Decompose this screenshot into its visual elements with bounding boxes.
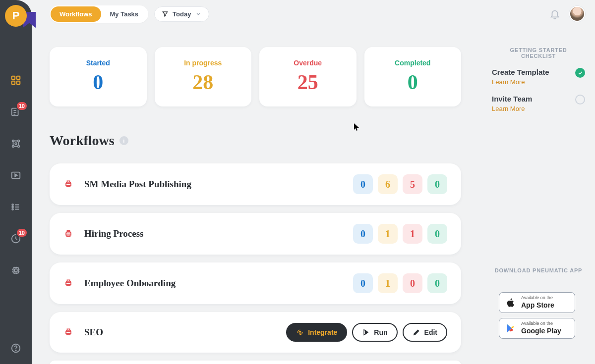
view-segmented: Workflows My Tasks: [50, 5, 148, 23]
checklist-item[interactable]: Invite Team Learn More: [492, 95, 585, 112]
tab-workflows[interactable]: Workflows: [51, 6, 101, 22]
play-square-icon: [10, 170, 21, 181]
google-play-icon: [505, 323, 516, 334]
workflow-icon: [63, 179, 73, 189]
stat-chip-started: 0: [353, 224, 373, 244]
cursor-icon: [354, 123, 360, 131]
stat-value: 28: [163, 72, 244, 93]
workflow-name: SEO: [84, 327, 103, 338]
learn-more-link[interactable]: Learn More: [492, 105, 569, 112]
sidebar: P 10 10: [0, 0, 32, 364]
avatar[interactable]: [569, 6, 585, 22]
date-filter[interactable]: Today: [154, 6, 209, 22]
stat-label: Overdue: [267, 59, 349, 67]
nav-list[interactable]: [6, 197, 26, 217]
stat-chip-overdue: 0: [403, 273, 422, 293]
page-title: Workflows: [50, 133, 115, 149]
stat-chip-completed: 0: [427, 224, 447, 244]
nodes-icon: [10, 138, 21, 149]
stat-chip-started: 0: [353, 174, 373, 194]
topbar: Workflows My Tasks Today: [50, 4, 585, 24]
stat-chip-overdue: 1: [403, 224, 422, 244]
chevron-down-icon: [195, 10, 202, 17]
svg-rect-16: [14, 269, 17, 272]
stat-completed[interactable]: Completed 0: [364, 47, 462, 106]
svg-point-18: [15, 350, 16, 351]
dashboard-icon: [10, 75, 21, 86]
workflow-name: Employee Onboarding: [84, 278, 176, 289]
stat-started[interactable]: Started 0: [50, 47, 147, 106]
checklist-title: GETTING STARTED CHECKLIST: [492, 47, 585, 59]
svg-point-12: [12, 207, 13, 208]
google-play-button[interactable]: Available on the Google Play: [499, 318, 575, 339]
svg-point-13: [12, 208, 13, 210]
nav-video[interactable]: [6, 165, 26, 185]
stat-value: 0: [58, 72, 139, 93]
integrate-button[interactable]: Integrate: [286, 323, 347, 342]
stat-chip-progress: 1: [378, 224, 398, 244]
workflow-name: SM Media Post Publishing: [84, 179, 191, 190]
stats-row: Started 0 In progress 28 Overdue 25 Comp…: [50, 47, 461, 106]
checklist-item[interactable]: Create Template Learn More: [492, 68, 585, 86]
workflow-list: SM Media Post Publishing 0 6 5 0 Hiring …: [50, 163, 461, 364]
integrate-icon: [296, 328, 304, 336]
nav-integrations[interactable]: [6, 260, 26, 280]
workflow-row[interactable]: Hiring Process 0 1 1 0: [50, 213, 461, 255]
edit-button[interactable]: Edit: [403, 323, 447, 342]
svg-point-9: [15, 143, 17, 145]
section-title: Workflows i: [50, 133, 128, 149]
workflow-stats: 0 6 5 0: [353, 174, 447, 194]
info-icon[interactable]: i: [119, 136, 128, 145]
workflow-icon: [63, 278, 73, 288]
svg-point-6: [18, 140, 20, 142]
run-icon: [362, 328, 370, 336]
stat-chip-progress: 6: [378, 174, 398, 194]
workflow-icon: [63, 229, 73, 239]
svg-point-8: [18, 146, 20, 148]
svg-rect-1: [17, 76, 20, 79]
app-store-button[interactable]: Available on the App Store: [499, 292, 575, 313]
stat-value: 25: [267, 72, 349, 93]
workflow-actions: Integrate Run Edit: [286, 323, 447, 342]
activity-badge: 10: [16, 228, 28, 238]
nav-tasks[interactable]: 10: [6, 102, 26, 122]
stat-chip-completed: 0: [427, 174, 447, 194]
nav-dashboard[interactable]: [6, 70, 26, 90]
stat-value: 0: [372, 72, 454, 93]
stat-chip-started: 0: [353, 273, 373, 293]
apple-icon: [505, 297, 516, 308]
notifications-icon[interactable]: [549, 8, 560, 19]
checklist-item-title: Invite Team: [492, 95, 569, 103]
stat-overdue[interactable]: Overdue 25: [259, 47, 357, 106]
nav-help[interactable]: [6, 338, 26, 358]
workflow-row[interactable]: SEO Integrate Run Edit: [50, 312, 461, 353]
svg-point-19: [299, 331, 301, 333]
list-icon: [10, 202, 21, 212]
tasks-badge: 10: [16, 101, 28, 111]
svg-rect-0: [12, 76, 15, 79]
svg-rect-3: [17, 81, 20, 84]
chip-icon: [10, 265, 21, 276]
logo[interactable]: P: [0, 4, 38, 28]
stat-in-progress[interactable]: In progress 28: [155, 47, 252, 106]
workflow-row[interactable]: Employee Onboarding 0 1 0 0: [50, 262, 461, 304]
svg-point-7: [12, 146, 14, 148]
download-title: DOWNLOAD PNEUMATIC APP: [492, 267, 585, 273]
learn-more-link[interactable]: Learn More: [492, 78, 569, 86]
workflow-row[interactable]: [50, 361, 461, 364]
workflow-stats: 0 1 0 0: [353, 273, 447, 293]
tab-mytasks[interactable]: My Tasks: [101, 6, 148, 22]
workflow-row[interactable]: SM Media Post Publishing 0 6 5 0: [50, 163, 461, 205]
workflow-name: Hiring Process: [84, 228, 143, 239]
nav-workflows[interactable]: [6, 134, 26, 154]
help-icon: [10, 343, 21, 354]
check-done-icon: [575, 68, 585, 78]
run-button[interactable]: Run: [352, 323, 397, 342]
nav-activity[interactable]: 10: [6, 229, 26, 249]
checklist-item-title: Create Template: [492, 68, 569, 76]
date-filter-label: Today: [173, 10, 191, 18]
workflow-stats: 0 1 1 0: [353, 224, 447, 244]
svg-rect-15: [13, 268, 19, 273]
check-todo-icon: [575, 95, 585, 104]
edit-icon: [413, 328, 420, 336]
